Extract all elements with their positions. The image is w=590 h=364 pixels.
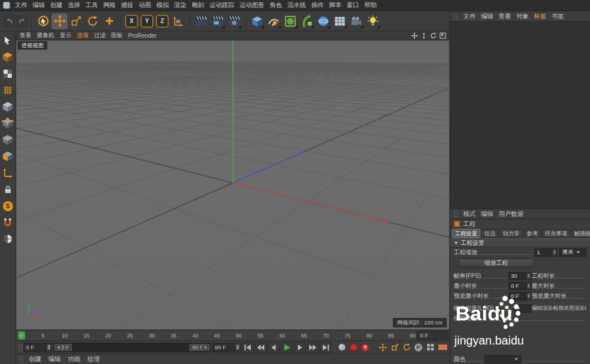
axis-lock-y-button[interactable]: Y [140, 15, 153, 28]
menu-item[interactable]: 选择 [68, 1, 80, 9]
play-button[interactable] [281, 342, 293, 353]
tab-todo[interactable]: 待办事项 [542, 229, 571, 238]
render-to-picture-viewer-button[interactable] [210, 14, 225, 29]
tab-keyframe-interp[interactable]: 帧插值 [572, 229, 590, 238]
panel-handle-icon[interactable] [453, 210, 458, 218]
vp-menu-display[interactable]: 显示 [60, 31, 71, 40]
fps-field[interactable]: 30 [509, 272, 532, 280]
subdivision-surface-button[interactable] [283, 14, 298, 29]
render-view-button[interactable] [194, 14, 209, 29]
deformer-object-button[interactable] [299, 14, 314, 29]
prev-key-button[interactable] [255, 342, 267, 353]
keyframe-selection-button[interactable]: ? [360, 342, 371, 353]
autokey-record-button[interactable] [348, 342, 359, 353]
pen-spline-tool-button[interactable] [266, 14, 281, 29]
panel-handle-icon[interactable] [453, 12, 458, 20]
material-menu-item[interactable]: 功能 [68, 355, 80, 363]
material-menu-item[interactable]: 纹理 [87, 355, 100, 363]
vp-menu-camera[interactable]: 摄像机 [37, 31, 54, 40]
edges-mode-button[interactable] [1, 133, 14, 146]
prev-frame-button[interactable] [268, 342, 280, 353]
vp-menu-options[interactable]: 选项 [77, 31, 88, 40]
menu-item[interactable]: 捕捉 [121, 1, 133, 9]
menu-item[interactable]: 流水线 [287, 1, 306, 9]
vp-menu-filter[interactable]: 过滤 [94, 31, 106, 40]
material-menu-item[interactable]: 编辑 [48, 355, 61, 363]
vp-menu-prorender[interactable]: ProRender [128, 32, 156, 39]
record-keyframe-button[interactable] [336, 342, 347, 353]
vp-menu-view[interactable]: 查看 [19, 31, 31, 40]
material-menu-item[interactable]: 创建 [29, 355, 41, 363]
color-dropdown[interactable] [484, 355, 521, 363]
table-view-button[interactable] [332, 14, 348, 29]
convert-tool-button[interactable] [1, 34, 14, 47]
menu-item[interactable]: 模拟 [156, 1, 169, 9]
menu-item[interactable]: 窗口 [347, 1, 359, 9]
preview-min-value[interactable]: 0 F [509, 292, 526, 300]
tab-project-settings[interactable]: 工程设置 [452, 229, 480, 238]
menu-item[interactable]: 角色 [270, 1, 282, 9]
tab-dynamics[interactable]: 动力学 [500, 229, 523, 238]
section-header[interactable]: 工程设置 [450, 238, 590, 247]
next-frame-button[interactable] [294, 342, 306, 353]
om-menu-edit[interactable]: 编辑 [481, 12, 493, 21]
model-mode-button[interactable] [1, 51, 14, 64]
lock-icon[interactable] [1, 183, 14, 196]
redo-button[interactable] [16, 15, 28, 27]
preview-range-slider[interactable]: 0 F 90 F [53, 343, 211, 352]
menu-item[interactable]: 文件 [15, 1, 27, 9]
texture-mode-button[interactable] [1, 67, 14, 80]
add-cube-object-button[interactable] [250, 14, 265, 29]
zoom-view-icon[interactable] [421, 32, 427, 39]
record-pla-button[interactable] [425, 342, 435, 353]
undo-button[interactable] [3, 15, 15, 27]
menu-item[interactable]: 帮助 [365, 1, 377, 9]
axis-lock-z-button[interactable]: Z [156, 15, 169, 28]
om-menu-view[interactable]: 查看 [499, 12, 511, 21]
stepper-icon[interactable] [526, 272, 532, 280]
stepper-icon[interactable] [526, 292, 532, 300]
viewport-3d[interactable]: 透视视图 网格间距 : 100 cm [16, 40, 450, 330]
next-key-button[interactable] [307, 342, 319, 353]
fps-value[interactable]: 30 [509, 272, 526, 280]
toggle-view-icon[interactable] [440, 32, 446, 39]
view-label[interactable]: 透视视图 [18, 41, 47, 50]
goto-start-button[interactable] [242, 342, 254, 353]
environment-object-button[interactable] [316, 14, 331, 29]
menu-item[interactable]: 运动跟踪 [209, 1, 234, 9]
scale-project-button[interactable]: 缩放工程 [458, 258, 534, 267]
scale-tool-button[interactable] [68, 14, 84, 29]
menu-item[interactable]: 网格 [103, 1, 116, 9]
om-menu-file[interactable]: 文件 [463, 12, 476, 21]
menu-item[interactable]: 编辑 [32, 1, 45, 9]
vp-menu-panel[interactable]: 面板 [111, 31, 123, 40]
end-frame-field[interactable]: 90 F [212, 343, 241, 352]
workplane-mode-button[interactable] [1, 84, 14, 97]
move-tool-button[interactable] [52, 14, 67, 29]
panel-handle-icon[interactable] [18, 343, 22, 351]
menu-item[interactable]: 插件 [312, 1, 324, 9]
object-manager-area[interactable] [450, 21, 590, 209]
panel-handle-icon[interactable] [18, 355, 23, 363]
attribute-menu-item[interactable]: 用户数据 [499, 210, 523, 218]
om-menu-object[interactable]: 对象 [516, 12, 529, 21]
record-parameter-button[interactable]: P [413, 342, 424, 353]
project-scale-field[interactable]: 1 [535, 248, 558, 257]
lod-dropdown[interactable] [514, 304, 532, 313]
project-scale-value[interactable]: 1 [535, 248, 552, 257]
stepper-icon[interactable] [234, 343, 240, 352]
menu-item[interactable]: 工具 [86, 1, 98, 9]
tab-info[interactable]: 信息 [481, 229, 499, 238]
stepper-icon[interactable] [526, 282, 532, 290]
attribute-menu-item[interactable]: 模式 [463, 210, 476, 218]
make-preview-button[interactable] [437, 342, 448, 353]
pan-view-icon[interactable] [411, 32, 418, 39]
snap-toggle-button[interactable]: S [1, 199, 14, 212]
menu-item[interactable]: 雕刻 [192, 1, 204, 9]
points-mode-button[interactable] [1, 117, 14, 130]
timeline-frame-box[interactable]: 0 F [417, 331, 448, 340]
edit-render-settings-button[interactable] [227, 14, 242, 29]
range-end-handle[interactable]: 90 F [189, 344, 210, 351]
scale-unit-dropdown[interactable]: 厘米 [559, 248, 586, 257]
om-menu-bookmarks[interactable]: 书签 [552, 12, 564, 21]
